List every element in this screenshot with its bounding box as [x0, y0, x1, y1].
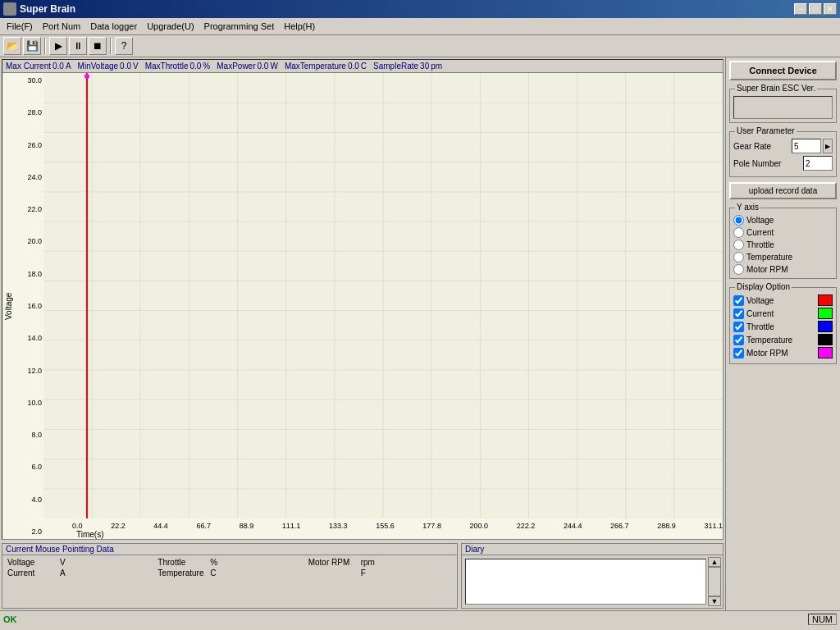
display-voltage-checkbox[interactable]	[733, 295, 744, 306]
display-temperature-color[interactable]	[818, 334, 833, 345]
y-tick: 14.0	[16, 334, 42, 342]
y-tick: 6.0	[16, 463, 42, 471]
bottom-section: Current Mouse Pointting Data Voltage V T…	[2, 543, 724, 609]
display-option-title: Display Option	[735, 282, 792, 291]
y-tick: 20.0	[16, 237, 42, 245]
radio-temperature-input[interactable]	[733, 252, 744, 262]
esc-version-title: Super Brain ESC Ver.	[735, 84, 817, 93]
display-temperature-row: Temperature	[733, 334, 833, 345]
mouse-voltage-row: Voltage V	[7, 558, 151, 567]
esc-version-display	[733, 96, 833, 119]
menu-portnum[interactable]: Port Num	[38, 20, 85, 33]
y-tick: 22.0	[16, 205, 42, 213]
menu-datalogger[interactable]: Data logger	[85, 20, 142, 33]
radio-motor-rpm-input[interactable]	[733, 264, 744, 275]
pole-number-label: Pole Number	[733, 159, 801, 168]
toolbar-sep-1	[44, 38, 46, 54]
mouse-data-title: Current Mouse Pointting Data	[2, 544, 457, 555]
user-param-title: User Parameter	[735, 126, 797, 135]
gear-rate-arrow[interactable]: ▶	[823, 139, 833, 153]
display-throttle-row: Throttle	[733, 321, 833, 332]
y-axis-label: Voltage	[2, 73, 15, 539]
radio-current[interactable]: Current	[733, 227, 833, 238]
user-param-group: User Parameter Gear Rate ▶ Pole Number	[729, 131, 837, 177]
menu-upgrade[interactable]: Upgrade(U)	[142, 20, 199, 33]
minimize-button[interactable]: −	[794, 3, 807, 15]
status-ok: OK	[3, 614, 17, 624]
x-axis: 0.0 22.2 44.4 66.7 88.9 111.1 133.3 155.…	[43, 518, 723, 530]
display-current-checkbox[interactable]	[733, 308, 744, 319]
scroll-up-btn[interactable]: ▲	[708, 557, 721, 567]
x-axis-label: Time(s)	[43, 530, 723, 539]
display-voltage-row: Voltage	[733, 294, 833, 306]
menu-bar: File(F) Port Num Data logger Upgrade(U) …	[0, 18, 840, 35]
scroll-track	[708, 567, 721, 596]
diary-textarea[interactable]	[465, 559, 706, 605]
radio-throttle-input[interactable]	[733, 240, 744, 250]
stat-max-power: MaxPower 0.0 W	[217, 62, 278, 71]
chart-canvas[interactable]	[43, 73, 723, 518]
menu-file[interactable]: File(F)	[2, 20, 38, 33]
toolbar: 📂 💾 ▶ ⏸ ⏹ ?	[0, 35, 840, 57]
display-motor-rpm-row: Motor RPM	[733, 347, 833, 358]
mouse-data-content: Voltage V Throttle % Motor RPM rpm Cur	[2, 555, 457, 580]
radio-current-input[interactable]	[733, 227, 744, 238]
mouse-motorrpm-row: Motor RPM rpm	[308, 558, 452, 567]
title-bar: Super Brain − □ ✕	[0, 0, 840, 18]
toolbar-btn-5[interactable]: ⏹	[89, 37, 107, 55]
x-axis-ticks: 0.0 22.2 44.4 66.7 88.9 111.1 133.3 155.…	[72, 520, 723, 530]
y-axis-ticks: 2.04.06.08.010.012.014.016.018.020.022.0…	[15, 73, 43, 539]
display-current-color[interactable]	[818, 308, 833, 319]
toolbar-btn-1[interactable]: 📂	[3, 37, 21, 55]
esc-version-group: Super Brain ESC Ver.	[729, 89, 837, 123]
close-button[interactable]: ✕	[824, 3, 837, 15]
toolbar-btn-4[interactable]: ⏸	[69, 37, 87, 55]
pole-number-input[interactable]	[803, 156, 833, 171]
toolbar-btn-2[interactable]: 💾	[23, 37, 41, 55]
status-bar: OK NUM	[0, 610, 840, 627]
y-axis-group: Y axis Voltage Current Throttle Temperat…	[729, 208, 837, 279]
gear-rate-input[interactable]	[792, 139, 821, 153]
radio-motor-rpm[interactable]: Motor RPM	[733, 264, 833, 275]
radio-voltage-input[interactable]	[733, 215, 744, 226]
chart-area: Max Current 0.0 A MinVoltage 0.0 V MaxTh…	[2, 59, 724, 540]
upload-record-button[interactable]: upload record data	[729, 182, 837, 199]
mouse-f-row: F	[308, 568, 452, 578]
maximize-button[interactable]: □	[809, 3, 822, 15]
gear-rate-label: Gear Rate	[733, 142, 790, 151]
radio-throttle[interactable]: Throttle	[733, 240, 833, 250]
menu-help[interactable]: Help(H)	[279, 20, 320, 33]
mouse-temperature-row: Temperature C	[158, 568, 301, 578]
connect-device-button[interactable]: Connect Device	[729, 61, 837, 80]
chart-with-axes: Voltage 2.04.06.08.010.012.014.016.018.0…	[2, 73, 723, 539]
display-motor-rpm-checkbox[interactable]	[733, 348, 744, 358]
radio-voltage[interactable]: Voltage	[733, 215, 833, 226]
toolbar-btn-help[interactable]: ?	[115, 37, 133, 55]
display-throttle-checkbox[interactable]	[733, 322, 744, 332]
mouse-data-panel: Current Mouse Pointting Data Voltage V T…	[2, 543, 458, 609]
display-temperature-checkbox[interactable]	[733, 335, 744, 345]
y-tick: 24.0	[16, 173, 42, 181]
y-tick: 2.0	[16, 527, 42, 536]
menu-programmingset[interactable]: Programming Set	[199, 20, 280, 33]
diary-scrollbar[interactable]: ▲ ▼	[708, 557, 721, 606]
display-voltage-color[interactable]	[818, 294, 833, 306]
stat-sample-rate: SampleRate 30 pm	[373, 62, 442, 71]
status-num: NUM	[808, 614, 837, 625]
display-motor-rpm-color[interactable]	[818, 347, 833, 358]
pole-number-row: Pole Number	[733, 156, 833, 171]
chart-grid-svg	[43, 73, 723, 518]
y-tick: 8.0	[16, 431, 42, 439]
radio-temperature[interactable]: Temperature	[733, 252, 833, 262]
scroll-down-btn[interactable]: ▼	[708, 596, 721, 606]
y-tick: 16.0	[16, 302, 42, 310]
svg-point-29	[84, 74, 89, 79]
diary-panel: Diary ▲ ▼	[461, 543, 724, 609]
title-bar-text: Super Brain	[20, 3, 794, 15]
gear-rate-row: Gear Rate ▶	[733, 139, 833, 153]
y-tick: 26.0	[16, 141, 42, 149]
y-tick: 30.0	[16, 76, 42, 84]
display-throttle-color[interactable]	[818, 321, 833, 332]
y-tick: 28.0	[16, 108, 42, 116]
toolbar-btn-3[interactable]: ▶	[49, 37, 67, 55]
